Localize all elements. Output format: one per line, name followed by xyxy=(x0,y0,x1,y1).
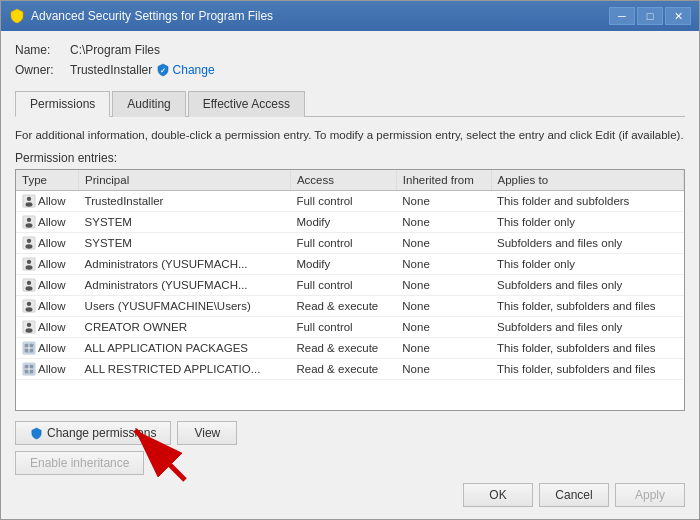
dialog-footer: OK Cancel Apply xyxy=(15,483,685,507)
cell-type: Allow xyxy=(16,275,79,296)
name-label: Name: xyxy=(15,43,70,57)
tab-auditing[interactable]: Auditing xyxy=(112,91,185,117)
table-row[interactable]: AllowTrustedInstallerFull controlNoneThi… xyxy=(16,191,684,212)
table-row[interactable]: AllowALL APPLICATION PACKAGESRead & exec… xyxy=(16,338,684,359)
ok-button[interactable]: OK xyxy=(463,483,533,507)
cell-applies: This folder, subfolders and files xyxy=(491,338,683,359)
permissions-table: Type Principal Access Inherited from App… xyxy=(16,170,684,380)
cell-applies: This folder only xyxy=(491,254,683,275)
enable-inheritance-button[interactable]: Enable inheritance xyxy=(15,451,144,475)
owner-value: TrustedInstaller xyxy=(70,63,152,77)
table-row[interactable]: AllowSYSTEMModifyNoneThis folder only xyxy=(16,212,684,233)
owner-label: Owner: xyxy=(15,63,70,77)
cell-principal: ALL RESTRICTED APPLICATIO... xyxy=(79,359,291,380)
svg-point-5 xyxy=(27,218,31,222)
cell-principal: TrustedInstaller xyxy=(79,191,291,212)
table-row[interactable]: AllowAdministrators (YUSUFMACH...Full co… xyxy=(16,275,684,296)
content-area: Name: C:\Program Files Owner: TrustedIns… xyxy=(1,31,699,519)
close-button[interactable]: ✕ xyxy=(665,7,691,25)
col-header-inherited: Inherited from xyxy=(396,170,491,191)
cell-inherited: None xyxy=(396,338,491,359)
cell-access: Read & execute xyxy=(290,296,396,317)
name-row: Name: C:\Program Files xyxy=(15,43,685,57)
cell-access: Full control xyxy=(290,233,396,254)
svg-text:✓: ✓ xyxy=(160,67,166,74)
cell-access: Full control xyxy=(290,191,396,212)
svg-point-20 xyxy=(27,323,31,327)
view-button[interactable]: View xyxy=(177,421,237,445)
title-bar: Advanced Security Settings for Program F… xyxy=(1,1,699,31)
shield-icon-small xyxy=(30,427,43,440)
cell-principal: ALL APPLICATION PACKAGES xyxy=(79,338,291,359)
tab-permissions[interactable]: Permissions xyxy=(15,91,110,117)
cell-type: Allow xyxy=(16,296,79,317)
cell-type: Allow xyxy=(16,338,79,359)
table-header-row: Type Principal Access Inherited from App… xyxy=(16,170,684,191)
svg-point-17 xyxy=(27,302,31,306)
minimize-button[interactable]: ─ xyxy=(609,7,635,25)
package-icon xyxy=(22,341,36,355)
package-icon xyxy=(22,362,36,376)
change-label: Change xyxy=(173,63,215,77)
svg-point-8 xyxy=(27,239,31,243)
window-title: Advanced Security Settings for Program F… xyxy=(31,9,273,23)
svg-point-9 xyxy=(26,244,33,248)
cell-access: Full control xyxy=(290,275,396,296)
enable-inheritance-row: Enable inheritance xyxy=(15,451,685,475)
cell-access: Modify xyxy=(290,212,396,233)
col-header-applies: Applies to xyxy=(491,170,683,191)
cancel-button[interactable]: Cancel xyxy=(539,483,609,507)
change-permissions-button[interactable]: Change permissions xyxy=(15,421,171,445)
cell-applies: This folder, subfolders and files xyxy=(491,359,683,380)
change-owner-link[interactable]: ✓ Change xyxy=(156,63,215,77)
name-value: C:\Program Files xyxy=(70,43,160,57)
cell-type: Allow xyxy=(16,254,79,275)
table-row[interactable]: AllowSYSTEMFull controlNoneSubfolders an… xyxy=(16,233,684,254)
table-row[interactable]: AllowCREATOR OWNERFull controlNoneSubfol… xyxy=(16,317,684,338)
cell-applies: This folder only xyxy=(491,212,683,233)
cell-type: Allow xyxy=(16,317,79,338)
table-row[interactable]: AllowALL RESTRICTED APPLICATIO...Read & … xyxy=(16,359,684,380)
cell-applies: Subfolders and files only xyxy=(491,317,683,338)
svg-point-11 xyxy=(27,260,31,264)
owner-row: Owner: TrustedInstaller ✓ Change xyxy=(15,63,685,77)
user-icon xyxy=(22,299,36,313)
cell-type: Allow xyxy=(16,191,79,212)
cell-principal: Administrators (YUSUFMACH... xyxy=(79,254,291,275)
apply-button[interactable]: Apply xyxy=(615,483,685,507)
cell-type: Allow xyxy=(16,359,79,380)
svg-point-12 xyxy=(26,265,33,269)
table-row[interactable]: AllowAdministrators (YUSUFMACH...ModifyN… xyxy=(16,254,684,275)
window-icon xyxy=(9,8,25,24)
tab-effective-access[interactable]: Effective Access xyxy=(188,91,305,117)
cell-access: Modify xyxy=(290,254,396,275)
user-icon xyxy=(22,257,36,271)
col-header-type: Type xyxy=(16,170,79,191)
entries-label: Permission entries: xyxy=(15,151,685,165)
cell-inherited: None xyxy=(396,254,491,275)
main-window: Advanced Security Settings for Program F… xyxy=(0,0,700,520)
svg-point-3 xyxy=(26,202,33,206)
svg-point-14 xyxy=(27,281,31,285)
cell-principal: SYSTEM xyxy=(79,233,291,254)
cell-access: Full control xyxy=(290,317,396,338)
user-icon xyxy=(22,320,36,334)
user-icon xyxy=(22,194,36,208)
cell-inherited: None xyxy=(396,212,491,233)
maximize-button[interactable]: □ xyxy=(637,7,663,25)
user-icon xyxy=(22,236,36,250)
svg-point-6 xyxy=(26,223,33,227)
cell-access: Read & execute xyxy=(290,359,396,380)
table-row[interactable]: AllowUsers (YUSUFMACHINE\Users)Read & ex… xyxy=(16,296,684,317)
svg-point-18 xyxy=(26,307,33,311)
cell-inherited: None xyxy=(396,275,491,296)
cell-principal: SYSTEM xyxy=(79,212,291,233)
cell-inherited: None xyxy=(396,359,491,380)
cell-principal: Users (YUSUFMACHINE\Users) xyxy=(79,296,291,317)
cell-type: Allow xyxy=(16,233,79,254)
shield-icon-blue: ✓ xyxy=(156,63,170,77)
col-header-principal: Principal xyxy=(79,170,291,191)
user-icon xyxy=(22,278,36,292)
bottom-buttons: Change permissions View Enable inheritan… xyxy=(15,421,685,475)
cell-applies: Subfolders and files only xyxy=(491,233,683,254)
